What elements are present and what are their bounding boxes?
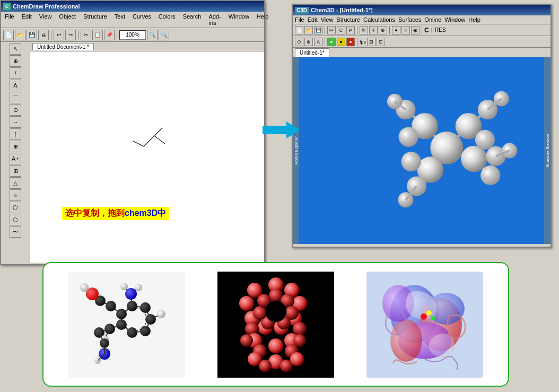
chemdraw-canvas[interactable]: 选中复制，拖到chem3D中	[30, 51, 264, 263]
tool-chain[interactable]: ⌒	[10, 92, 21, 103]
tool-table[interactable]: ⊞	[10, 165, 21, 177]
menu-colors[interactable]: Colors	[157, 13, 177, 27]
menu-search[interactable]: Search	[181, 13, 203, 27]
chem3d-menu-view[interactable]: View	[321, 16, 334, 23]
zoom-input[interactable]	[119, 30, 146, 40]
svg-point-108	[290, 352, 304, 366]
c3d-paste[interactable]: P	[346, 26, 355, 34]
svg-point-115	[390, 319, 422, 362]
chem3d-doc-tab[interactable]: Untitled-1*	[295, 48, 329, 57]
svg-point-70	[120, 283, 128, 290]
svg-point-118	[421, 313, 427, 320]
menu-object[interactable]: Object	[57, 13, 77, 27]
structure-browser-strip: Structure Browser	[544, 57, 551, 244]
redo-btn[interactable]: ↪	[65, 30, 76, 40]
menu-edit[interactable]: Edit	[20, 13, 33, 27]
chem3d-menubar: File Edit View Structure Calculations Su…	[293, 15, 551, 24]
zoom-out-btn[interactable]: 🔍	[147, 30, 158, 40]
tool-pentagon[interactable]: ⬠	[10, 202, 21, 213]
copy-btn[interactable]: 📋	[92, 30, 103, 40]
c3d-new[interactable]: 📄	[295, 26, 303, 34]
chemdraw-tab-bar: Untitled Document-1 *	[30, 42, 264, 51]
tool-triangle[interactable]: △	[10, 177, 21, 189]
tool-arrow[interactable]: →	[10, 116, 21, 128]
menu-file[interactable]: File	[3, 13, 16, 27]
print-btn[interactable]: 🖨	[38, 30, 49, 40]
c3d-cut[interactable]: ✂	[327, 26, 336, 34]
menu-text[interactable]: Text	[113, 13, 127, 27]
c3d-sep2	[357, 26, 357, 34]
chem3d-menu-window[interactable]: Window	[444, 16, 465, 23]
document-tab[interactable]: Untitled Document-1 *	[32, 43, 94, 50]
c3d-open[interactable]: 📂	[304, 26, 313, 34]
svg-point-120	[431, 316, 435, 320]
menu-view[interactable]: View	[38, 13, 54, 27]
menu-help[interactable]: Help	[255, 13, 270, 27]
tool-ring[interactable]: ⊙	[10, 104, 21, 116]
c3d-ballstick[interactable]: ●	[392, 26, 400, 34]
chemdraw-icon: C	[3, 3, 11, 10]
svg-point-23	[399, 127, 418, 147]
tool-select[interactable]: ↖	[10, 43, 21, 55]
svg-point-60	[145, 314, 156, 325]
svg-line-0	[144, 136, 154, 146]
c3d-t2[interactable]: ⊕	[304, 38, 313, 46]
tool-orbital[interactable]: ⊕	[10, 141, 21, 152]
c3d-save[interactable]: 💾	[314, 26, 322, 34]
menu-window[interactable]: Window	[227, 13, 251, 27]
c3d-spacefill[interactable]: ◉	[411, 26, 420, 34]
c3d-t3[interactable]: A	[314, 38, 322, 46]
tool-wave[interactable]: 〜	[10, 226, 21, 238]
c3d-sep3	[389, 26, 390, 34]
cut-btn[interactable]: ✂	[81, 30, 91, 40]
chem3d-menu-edit[interactable]: Edit	[308, 16, 318, 23]
chem3d-menu-help[interactable]: Help	[468, 16, 481, 23]
chemdraw-canvas-area: Untitled Document-1 * 选中复制，拖到chem3D中	[30, 42, 264, 263]
undo-btn[interactable]: ↩	[54, 30, 64, 40]
tool-lasso[interactable]: ⊕	[10, 55, 21, 67]
open-btn[interactable]: 📂	[15, 30, 25, 40]
chem3d-menu-file[interactable]: File	[295, 16, 304, 23]
c3d-green-btn[interactable]: ●	[327, 38, 336, 46]
chemdraw-sidebar: ↖ ⊕ / A ⌒ ⊙ → [ ⊕ A+ ⊞ △ ○ ⬠ ⬡ 〜	[1, 42, 30, 263]
menu-curves[interactable]: Curves	[131, 13, 153, 27]
c3d-sep4	[422, 26, 422, 34]
tool-bracket[interactable]: [	[10, 128, 21, 140]
c3d-rotate[interactable]: ↻	[360, 26, 368, 34]
c3d-t4[interactable]: ⊞	[367, 38, 375, 46]
tool-label[interactable]: A+	[10, 153, 21, 164]
svg-line-2	[154, 128, 162, 136]
c3d-zoom[interactable]: ⊕	[379, 26, 387, 34]
tool-text[interactable]: A	[10, 80, 21, 91]
menu-addins[interactable]: Add-ins	[207, 13, 222, 27]
new-btn[interactable]: 📄	[3, 30, 14, 40]
chemdraw-titlebar: C ChemDraw Professional	[1, 1, 264, 12]
c3d-wire[interactable]: ○	[401, 26, 410, 34]
svg-point-57	[116, 309, 127, 319]
c3d-yellow-btn[interactable]: ●	[337, 38, 345, 46]
c3d-red-btn[interactable]: ●	[346, 38, 355, 46]
svg-point-72	[157, 310, 165, 318]
chemdraw-menubar: File Edit View Object Structure Text Cur…	[1, 12, 264, 28]
c3d-translate[interactable]: ✛	[369, 26, 378, 34]
tool-bond[interactable]: /	[10, 67, 21, 79]
svg-point-119	[426, 310, 432, 316]
chem3d-viewport[interactable]: Structure Browser	[299, 57, 551, 244]
svg-point-110	[293, 334, 306, 347]
c3d-t1[interactable]: ⊙	[295, 38, 303, 46]
chem3d-menu-structure[interactable]: Structure	[336, 16, 360, 23]
chem3d-menu-calculations[interactable]: Calculations	[363, 16, 395, 23]
svg-point-62	[127, 327, 137, 338]
chem3d-menu-surfaces[interactable]: Surfaces	[398, 16, 421, 23]
c3d-t5[interactable]: ⊡	[377, 38, 385, 46]
tool-hexagon[interactable]: ⬡	[10, 214, 21, 225]
svg-point-58	[127, 301, 137, 311]
c3d-copy[interactable]: C	[337, 26, 345, 34]
chem3d-menu-online[interactable]: Online	[424, 16, 441, 23]
paste-btn[interactable]: 📌	[104, 30, 115, 40]
menu-structure[interactable]: Structure	[82, 13, 109, 27]
tool-circle[interactable]: ○	[10, 189, 21, 201]
c3d-label-res: RES	[435, 27, 446, 33]
zoom-in-btn[interactable]: 🔍	[159, 30, 169, 40]
save-btn[interactable]: 💾	[27, 30, 37, 40]
